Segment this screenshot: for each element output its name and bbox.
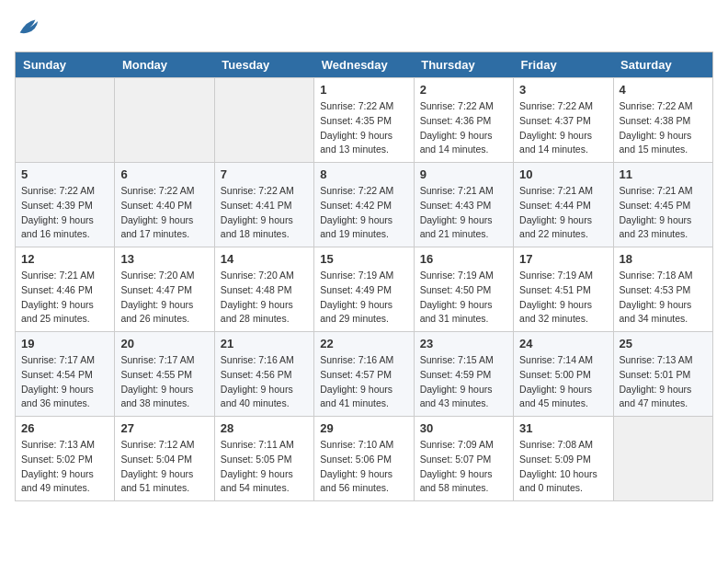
day-info: Sunrise: 7:14 AM Sunset: 5:00 PM Dayligh… bbox=[519, 353, 607, 411]
day-number: 18 bbox=[620, 252, 707, 266]
calendar-day-cell: 2Sunrise: 7:22 AM Sunset: 4:36 PM Daylig… bbox=[414, 78, 513, 163]
calendar-week-row: 19Sunrise: 7:17 AM Sunset: 4:54 PM Dayli… bbox=[16, 332, 713, 417]
calendar-day-cell: 19Sunrise: 7:17 AM Sunset: 4:54 PM Dayli… bbox=[16, 332, 115, 417]
day-number: 20 bbox=[120, 337, 208, 350]
calendar-day-cell bbox=[115, 78, 214, 163]
day-number: 5 bbox=[21, 167, 108, 181]
day-number: 10 bbox=[519, 167, 607, 181]
calendar-day-cell: 24Sunrise: 7:14 AM Sunset: 5:00 PM Dayli… bbox=[514, 332, 613, 417]
day-number: 1 bbox=[320, 83, 407, 97]
calendar-day-cell: 21Sunrise: 7:16 AM Sunset: 4:56 PM Dayli… bbox=[214, 332, 313, 417]
day-number: 3 bbox=[519, 83, 607, 97]
day-number: 6 bbox=[120, 167, 208, 181]
calendar-header-row: SundayMondayTuesdayWednesdayThursdayFrid… bbox=[16, 52, 713, 78]
page-header bbox=[15, 15, 713, 40]
day-number: 2 bbox=[420, 83, 507, 97]
day-info: Sunrise: 7:19 AM Sunset: 4:51 PM Dayligh… bbox=[519, 269, 607, 327]
calendar-day-cell: 31Sunrise: 7:08 AM Sunset: 5:09 PM Dayli… bbox=[514, 417, 613, 501]
calendar-day-cell: 22Sunrise: 7:16 AM Sunset: 4:57 PM Dayli… bbox=[314, 332, 414, 417]
calendar-day-cell: 23Sunrise: 7:15 AM Sunset: 4:59 PM Dayli… bbox=[414, 332, 513, 417]
day-info: Sunrise: 7:22 AM Sunset: 4:40 PM Dayligh… bbox=[120, 184, 208, 242]
day-number: 29 bbox=[320, 421, 407, 435]
day-info: Sunrise: 7:15 AM Sunset: 4:59 PM Dayligh… bbox=[420, 353, 507, 411]
calendar-day-cell: 10Sunrise: 7:21 AM Sunset: 4:44 PM Dayli… bbox=[514, 163, 613, 247]
calendar-day-cell bbox=[613, 417, 712, 501]
calendar-day-cell bbox=[16, 78, 115, 163]
calendar-day-cell: 4Sunrise: 7:22 AM Sunset: 4:38 PM Daylig… bbox=[613, 78, 712, 163]
day-info: Sunrise: 7:16 AM Sunset: 4:57 PM Dayligh… bbox=[320, 353, 407, 411]
calendar-day-cell: 18Sunrise: 7:18 AM Sunset: 4:53 PM Dayli… bbox=[613, 247, 712, 332]
day-info: Sunrise: 7:22 AM Sunset: 4:38 PM Dayligh… bbox=[620, 99, 707, 157]
calendar-day-cell: 12Sunrise: 7:21 AM Sunset: 4:46 PM Dayli… bbox=[16, 247, 115, 332]
calendar-day-cell: 15Sunrise: 7:19 AM Sunset: 4:49 PM Dayli… bbox=[314, 247, 414, 332]
calendar-day-cell: 7Sunrise: 7:22 AM Sunset: 4:41 PM Daylig… bbox=[214, 163, 313, 247]
day-info: Sunrise: 7:09 AM Sunset: 5:07 PM Dayligh… bbox=[420, 438, 507, 496]
day-info: Sunrise: 7:21 AM Sunset: 4:44 PM Dayligh… bbox=[519, 184, 607, 242]
day-number: 4 bbox=[620, 83, 707, 97]
calendar-week-row: 12Sunrise: 7:21 AM Sunset: 4:46 PM Dayli… bbox=[16, 247, 713, 332]
day-info: Sunrise: 7:18 AM Sunset: 4:53 PM Dayligh… bbox=[620, 269, 707, 327]
calendar-day-cell: 20Sunrise: 7:17 AM Sunset: 4:55 PM Dayli… bbox=[115, 332, 214, 417]
day-number: 9 bbox=[420, 167, 507, 181]
calendar-day-cell: 28Sunrise: 7:11 AM Sunset: 5:05 PM Dayli… bbox=[214, 417, 313, 501]
day-number: 14 bbox=[221, 252, 308, 266]
day-info: Sunrise: 7:22 AM Sunset: 4:42 PM Dayligh… bbox=[320, 184, 407, 242]
day-info: Sunrise: 7:22 AM Sunset: 4:41 PM Dayligh… bbox=[221, 184, 308, 242]
day-info: Sunrise: 7:22 AM Sunset: 4:37 PM Dayligh… bbox=[519, 99, 607, 157]
calendar-week-row: 26Sunrise: 7:13 AM Sunset: 5:02 PM Dayli… bbox=[16, 417, 713, 501]
day-number: 19 bbox=[21, 337, 108, 350]
logo bbox=[15, 15, 44, 40]
calendar-day-cell: 29Sunrise: 7:10 AM Sunset: 5:06 PM Dayli… bbox=[314, 417, 414, 501]
day-number: 11 bbox=[620, 167, 707, 181]
day-info: Sunrise: 7:16 AM Sunset: 4:56 PM Dayligh… bbox=[221, 353, 308, 411]
calendar-day-cell: 16Sunrise: 7:19 AM Sunset: 4:50 PM Dayli… bbox=[414, 247, 513, 332]
calendar-day-cell: 27Sunrise: 7:12 AM Sunset: 5:04 PM Dayli… bbox=[115, 417, 214, 501]
day-number: 22 bbox=[320, 337, 407, 350]
calendar-day-cell: 6Sunrise: 7:22 AM Sunset: 4:40 PM Daylig… bbox=[115, 163, 214, 247]
calendar-day-cell: 26Sunrise: 7:13 AM Sunset: 5:02 PM Dayli… bbox=[16, 417, 115, 501]
calendar-day-cell: 9Sunrise: 7:21 AM Sunset: 4:43 PM Daylig… bbox=[414, 163, 513, 247]
logo-icon bbox=[15, 15, 40, 40]
weekday-header: Sunday bbox=[16, 52, 115, 78]
calendar-day-cell: 25Sunrise: 7:13 AM Sunset: 5:01 PM Dayli… bbox=[613, 332, 712, 417]
day-number: 17 bbox=[519, 252, 607, 266]
day-info: Sunrise: 7:08 AM Sunset: 5:09 PM Dayligh… bbox=[519, 438, 607, 496]
day-number: 31 bbox=[519, 421, 607, 435]
day-info: Sunrise: 7:13 AM Sunset: 5:02 PM Dayligh… bbox=[21, 438, 108, 496]
day-number: 23 bbox=[420, 337, 507, 350]
day-info: Sunrise: 7:21 AM Sunset: 4:45 PM Dayligh… bbox=[620, 184, 707, 242]
day-info: Sunrise: 7:19 AM Sunset: 4:50 PM Dayligh… bbox=[420, 269, 507, 327]
day-info: Sunrise: 7:17 AM Sunset: 4:55 PM Dayligh… bbox=[120, 353, 208, 411]
day-number: 15 bbox=[320, 252, 407, 266]
day-info: Sunrise: 7:10 AM Sunset: 5:06 PM Dayligh… bbox=[320, 438, 407, 496]
day-info: Sunrise: 7:11 AM Sunset: 5:05 PM Dayligh… bbox=[221, 438, 308, 496]
day-info: Sunrise: 7:22 AM Sunset: 4:36 PM Dayligh… bbox=[420, 99, 507, 157]
day-number: 30 bbox=[420, 421, 507, 435]
calendar-day-cell: 30Sunrise: 7:09 AM Sunset: 5:07 PM Dayli… bbox=[414, 417, 513, 501]
day-number: 16 bbox=[420, 252, 507, 266]
day-info: Sunrise: 7:22 AM Sunset: 4:35 PM Dayligh… bbox=[320, 99, 407, 157]
calendar-day-cell: 3Sunrise: 7:22 AM Sunset: 4:37 PM Daylig… bbox=[514, 78, 613, 163]
day-info: Sunrise: 7:12 AM Sunset: 5:04 PM Dayligh… bbox=[120, 438, 208, 496]
day-info: Sunrise: 7:21 AM Sunset: 4:46 PM Dayligh… bbox=[21, 269, 108, 327]
day-info: Sunrise: 7:19 AM Sunset: 4:49 PM Dayligh… bbox=[320, 269, 407, 327]
weekday-header: Thursday bbox=[414, 52, 513, 78]
day-info: Sunrise: 7:13 AM Sunset: 5:01 PM Dayligh… bbox=[620, 353, 707, 411]
day-number: 26 bbox=[21, 421, 108, 435]
weekday-header: Saturday bbox=[613, 52, 712, 78]
calendar-table: SundayMondayTuesdayWednesdayThursdayFrid… bbox=[15, 52, 713, 501]
day-number: 12 bbox=[21, 252, 108, 266]
day-number: 21 bbox=[221, 337, 308, 350]
day-info: Sunrise: 7:21 AM Sunset: 4:43 PM Dayligh… bbox=[420, 184, 507, 242]
calendar-day-cell: 14Sunrise: 7:20 AM Sunset: 4:48 PM Dayli… bbox=[214, 247, 313, 332]
day-number: 13 bbox=[120, 252, 208, 266]
weekday-header: Friday bbox=[514, 52, 613, 78]
calendar-day-cell: 17Sunrise: 7:19 AM Sunset: 4:51 PM Dayli… bbox=[514, 247, 613, 332]
calendar-day-cell: 5Sunrise: 7:22 AM Sunset: 4:39 PM Daylig… bbox=[16, 163, 115, 247]
day-number: 25 bbox=[620, 337, 707, 350]
calendar-week-row: 5Sunrise: 7:22 AM Sunset: 4:39 PM Daylig… bbox=[16, 163, 713, 247]
day-info: Sunrise: 7:20 AM Sunset: 4:48 PM Dayligh… bbox=[221, 269, 308, 327]
day-info: Sunrise: 7:17 AM Sunset: 4:54 PM Dayligh… bbox=[21, 353, 108, 411]
day-info: Sunrise: 7:20 AM Sunset: 4:47 PM Dayligh… bbox=[120, 269, 208, 327]
day-number: 8 bbox=[320, 167, 407, 181]
